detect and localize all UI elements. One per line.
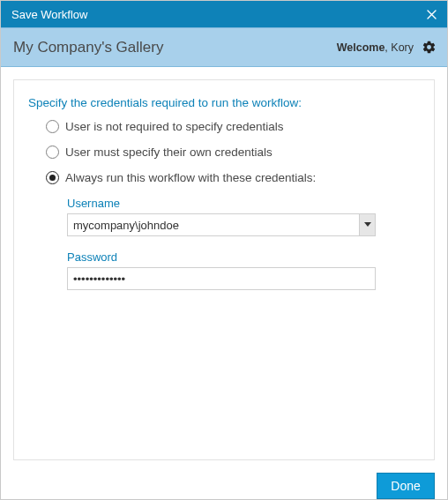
radio-label: User must specify their own credentials (65, 146, 273, 159)
close-icon[interactable] (424, 7, 438, 21)
radio-option-fixed-credentials[interactable]: Always run this workflow with these cred… (46, 171, 420, 184)
welcome-text: Welcome, Kory (337, 41, 414, 54)
dropdown-button[interactable] (359, 214, 375, 235)
username-input[interactable] (67, 213, 376, 236)
dialog-footer: Done (1, 473, 447, 500)
radio-option-user-credentials[interactable]: User must specify their own credentials (46, 146, 420, 159)
username-combo (67, 213, 376, 236)
content-outer: Specify the credentials required to run … (1, 67, 447, 473)
done-button[interactable]: Done (377, 473, 435, 499)
credential-fields: Username Password (67, 197, 376, 290)
radio-icon (46, 120, 59, 133)
gear-icon[interactable] (421, 40, 437, 56)
welcome-username: Kory (391, 41, 414, 54)
password-label: Password (67, 250, 376, 264)
chevron-down-icon (364, 222, 371, 228)
welcome-label: Welcome (337, 41, 385, 54)
dialog-titlebar: Save Workflow (1, 1, 447, 27)
dialog-title: Save Workflow (11, 8, 424, 21)
instruction-text: Specify the credentials required to run … (28, 96, 420, 109)
radio-label: Always run this workflow with these cred… (65, 171, 316, 184)
gallery-title: My Company's Gallery (13, 39, 337, 56)
username-label: Username (67, 197, 376, 210)
subheader-bar: My Company's Gallery Welcome, Kory (1, 27, 447, 67)
radio-icon (46, 146, 59, 159)
radio-icon (46, 171, 59, 184)
content-panel: Specify the credentials required to run … (13, 79, 435, 460)
radio-label: User is not required to specify credenti… (65, 120, 284, 133)
radio-option-no-credentials[interactable]: User is not required to specify credenti… (46, 120, 420, 133)
password-input[interactable] (67, 267, 376, 290)
